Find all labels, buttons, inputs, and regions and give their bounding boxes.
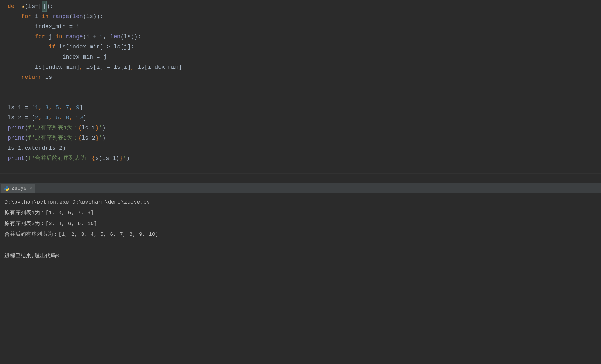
run-tab-zuoye[interactable]: zuoye × (1, 184, 35, 193)
code-token: 10 (76, 113, 83, 123)
code-token: } (119, 153, 123, 163)
code-token: , (104, 32, 111, 42)
code-token: 5 (55, 103, 59, 113)
code-token: } (95, 133, 99, 143)
code-line[interactable]: print(f'原有序列表1为：{ls_1}') (3, 123, 601, 133)
code-token: ( (25, 133, 28, 143)
code-token: len (73, 11, 83, 22)
code-token: print (8, 123, 25, 133)
code-token: , (49, 103, 56, 113)
code-token: j (49, 32, 56, 42)
code-token: ) (102, 133, 106, 143)
console-line: D:\python\python.exe D:\pycharm\demo\zuo… (4, 197, 597, 208)
code-token: { (78, 133, 82, 143)
code-token: { (92, 153, 95, 163)
code-line[interactable]: return ls (3, 72, 601, 82)
code-token: } (95, 123, 99, 133)
code-token: ( (25, 153, 28, 163)
code-token: ] (42, 1, 47, 12)
code-token: ] (83, 113, 86, 123)
code-token: ls[index_min] (35, 62, 79, 72)
code-token: def (8, 1, 21, 11)
code-token: ls[index_min] (138, 62, 182, 72)
code-token: for (21, 11, 35, 22)
code-token: , (59, 113, 66, 123)
code-token: 1 (35, 103, 38, 113)
code-token: ' (99, 123, 102, 133)
code-token: ( (69, 11, 73, 22)
code-token: ) (126, 153, 130, 163)
code-token: ' (123, 153, 126, 163)
code-token: , (69, 103, 76, 113)
code-token: { (78, 123, 82, 133)
run-tab-label: zuoye (11, 184, 27, 193)
code-token: index_min = i (35, 22, 79, 32)
code-token: f'原有序列表1为： (28, 123, 78, 133)
code-token: (ls= (25, 1, 38, 11)
code-token: print (8, 133, 25, 143)
code-token: index_min = j (62, 52, 107, 62)
code-token: , (38, 113, 45, 123)
code-token: f'合并后的有序列表为： (28, 153, 92, 163)
code-token: s(ls_1) (95, 153, 119, 163)
code-line[interactable] (3, 82, 601, 92)
code-line[interactable]: for j in range(i + 1, len(ls)): (3, 32, 601, 42)
code-line[interactable]: ls_2 = [2, 4, 6, 8, 10] (3, 113, 601, 123)
code-editor[interactable]: def s(ls=[]): for i in range(len(ls)): i… (0, 0, 601, 173)
code-token: ls_1 = [ (8, 103, 35, 113)
code-line[interactable]: print(f'合并后的有序列表为：{s(ls_1)}') (3, 153, 601, 163)
pane-divider[interactable] (0, 173, 601, 183)
code-line[interactable]: ls[index_min], ls[i] = ls[i], ls[index_m… (3, 62, 601, 72)
code-token: , (79, 62, 86, 72)
code-token: print (8, 153, 25, 163)
code-token: ls_1.extend(ls_2) (8, 143, 66, 153)
code-token: , (49, 113, 56, 123)
code-token: [ (38, 1, 42, 11)
code-token: (ls)): (83, 11, 104, 22)
code-token: ls_2 = [ (8, 113, 35, 123)
console-line (4, 240, 597, 251)
code-token: 3 (45, 103, 49, 113)
code-token: ): (47, 1, 54, 11)
code-token: 7 (66, 103, 69, 113)
code-token: ls[index_min] > ls[j]: (59, 42, 134, 52)
code-token: s (21, 1, 25, 11)
code-token: , (38, 103, 45, 113)
console-line: 进程已结束,退出代码0 (4, 251, 597, 261)
run-console[interactable]: D:\python\python.exe D:\pycharm\demo\zuo… (0, 194, 601, 265)
code-token: i (35, 11, 42, 22)
code-token: (ls)): (121, 32, 141, 42)
code-token: ls (45, 72, 52, 82)
code-token: len (110, 32, 120, 42)
code-token: 2 (35, 113, 38, 123)
code-line[interactable]: index_min = i (3, 22, 601, 32)
code-line[interactable]: index_min = j (3, 52, 601, 62)
code-token: range (52, 11, 69, 22)
close-icon[interactable]: × (30, 184, 32, 192)
code-token: f'原有序列表2为： (28, 133, 78, 143)
python-file-icon (4, 186, 9, 191)
code-token: 4 (45, 113, 49, 123)
code-line[interactable]: ls_1.extend(ls_2) (3, 143, 601, 153)
code-token: 9 (76, 103, 79, 113)
code-token: in (42, 11, 52, 22)
code-line[interactable] (3, 92, 601, 103)
code-token: , (59, 103, 66, 113)
console-line: 原有序列表2为：[2, 4, 6, 8, 10] (4, 218, 597, 229)
code-token: ls_1 (82, 123, 95, 133)
code-line[interactable]: for i in range(len(ls)): (3, 11, 601, 22)
code-token: ls_2 (82, 133, 95, 143)
code-token: ls[i] = ls[i] (86, 62, 130, 72)
code-token: , (131, 62, 138, 72)
code-line[interactable]: def s(ls=[]): (3, 1, 601, 11)
code-token: ] (79, 103, 83, 113)
code-token: for (35, 32, 48, 42)
code-line[interactable]: print(f'原有序列表2为：{ls_2}') (3, 133, 601, 143)
console-line: 原有序列表1为：[1, 3, 5, 7, 9] (4, 208, 597, 218)
code-token: 6 (55, 113, 59, 123)
code-line[interactable]: ls_1 = [1, 3, 5, 7, 9] (3, 103, 601, 113)
code-token: in (55, 32, 66, 42)
code-token: 1 (100, 32, 104, 42)
code-line[interactable]: if ls[index_min] > ls[j]: (3, 42, 601, 52)
code-token: ' (99, 133, 102, 143)
